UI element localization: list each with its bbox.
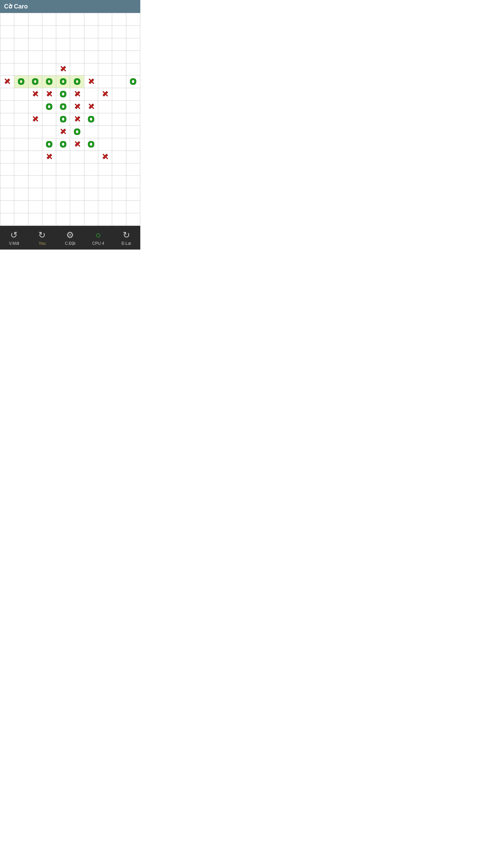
cell[interactable]: O (42, 101, 56, 113)
cell[interactable] (126, 151, 140, 163)
cell[interactable] (0, 201, 14, 213)
cell[interactable] (126, 63, 140, 76)
cell[interactable]: ✕ (84, 101, 98, 113)
cell[interactable] (14, 163, 28, 176)
cell[interactable] (98, 51, 112, 63)
cell[interactable]: O (42, 138, 56, 151)
cell[interactable] (70, 188, 84, 201)
cell[interactable] (28, 101, 42, 113)
cell[interactable] (28, 126, 42, 138)
cell[interactable] (98, 176, 112, 188)
cell[interactable] (0, 188, 14, 201)
cell[interactable] (112, 213, 126, 226)
cell[interactable] (112, 101, 126, 113)
cell[interactable] (28, 176, 42, 188)
cell[interactable] (56, 176, 70, 188)
cell[interactable] (112, 188, 126, 201)
cell[interactable] (42, 163, 56, 176)
cell[interactable] (84, 213, 98, 226)
cell[interactable] (70, 26, 84, 38)
cell[interactable] (14, 113, 28, 126)
cell[interactable] (28, 151, 42, 163)
cell[interactable] (28, 51, 42, 63)
cpu-button[interactable]: ○ CPU 4 (88, 229, 108, 247)
cell[interactable] (56, 201, 70, 213)
cell[interactable] (98, 13, 112, 26)
cell[interactable] (42, 63, 56, 76)
cell[interactable] (84, 201, 98, 213)
cell[interactable]: O (56, 138, 70, 151)
cell[interactable] (126, 13, 140, 26)
cell[interactable] (112, 201, 126, 213)
cell[interactable] (42, 13, 56, 26)
cell[interactable] (126, 176, 140, 188)
cell[interactable] (56, 38, 70, 51)
cell[interactable]: O (56, 76, 70, 88)
cell[interactable] (84, 63, 98, 76)
cell[interactable] (98, 76, 112, 88)
cell[interactable] (112, 113, 126, 126)
cell[interactable]: ✕ (70, 101, 84, 113)
cell[interactable] (126, 101, 140, 113)
cell[interactable] (28, 163, 42, 176)
cell[interactable] (28, 201, 42, 213)
cell[interactable] (42, 38, 56, 51)
cell[interactable] (112, 88, 126, 101)
cell[interactable] (84, 151, 98, 163)
cell[interactable]: ✕ (0, 76, 14, 88)
cell[interactable] (112, 126, 126, 138)
cell[interactable]: O (56, 88, 70, 101)
cell[interactable] (28, 38, 42, 51)
cell[interactable] (0, 113, 14, 126)
cell[interactable] (56, 13, 70, 26)
cell[interactable] (14, 176, 28, 188)
cell[interactable]: ✕ (56, 63, 70, 76)
cell[interactable]: O (70, 126, 84, 138)
cell[interactable] (84, 188, 98, 201)
cell[interactable] (126, 163, 140, 176)
cell[interactable] (56, 163, 70, 176)
cell[interactable]: O (56, 113, 70, 126)
cell[interactable] (126, 213, 140, 226)
cell[interactable] (56, 188, 70, 201)
cell[interactable] (112, 138, 126, 151)
cell[interactable] (0, 101, 14, 113)
cell[interactable] (112, 51, 126, 63)
cell[interactable] (28, 213, 42, 226)
cell[interactable]: ✕ (98, 151, 112, 163)
cell[interactable]: ✕ (98, 88, 112, 101)
cell[interactable]: ✕ (42, 151, 56, 163)
cell[interactable]: O (84, 113, 98, 126)
cell[interactable] (14, 138, 28, 151)
cell[interactable] (14, 188, 28, 201)
cell[interactable] (42, 188, 56, 201)
cell[interactable] (0, 26, 14, 38)
cell[interactable]: ✕ (42, 88, 56, 101)
cell[interactable] (42, 201, 56, 213)
cell[interactable] (70, 63, 84, 76)
cell[interactable] (42, 176, 56, 188)
settings-button[interactable]: ⚙ C.Đặt (60, 229, 80, 247)
cell[interactable]: ✕ (70, 113, 84, 126)
cell[interactable] (0, 13, 14, 26)
cell[interactable] (14, 88, 28, 101)
cell[interactable] (14, 213, 28, 226)
cell[interactable] (112, 176, 126, 188)
cell[interactable]: ✕ (84, 76, 98, 88)
cell[interactable] (98, 26, 112, 38)
cell[interactable] (112, 76, 126, 88)
cell[interactable] (112, 151, 126, 163)
cell[interactable] (70, 151, 84, 163)
cell[interactable] (14, 51, 28, 63)
cell[interactable] (98, 213, 112, 226)
cell[interactable] (112, 163, 126, 176)
cell[interactable] (70, 163, 84, 176)
cell[interactable]: O (56, 101, 70, 113)
cell[interactable] (112, 63, 126, 76)
cell[interactable]: ✕ (56, 126, 70, 138)
cell[interactable] (0, 63, 14, 76)
cell[interactable] (0, 38, 14, 51)
board-container[interactable]: ✕✕OOOOO✕O✕✕O✕✕OO✕✕✕O✕O✕OOO✕O✕✕ (0, 13, 140, 226)
cell[interactable]: ✕ (28, 113, 42, 126)
cell[interactable]: ✕ (70, 138, 84, 151)
